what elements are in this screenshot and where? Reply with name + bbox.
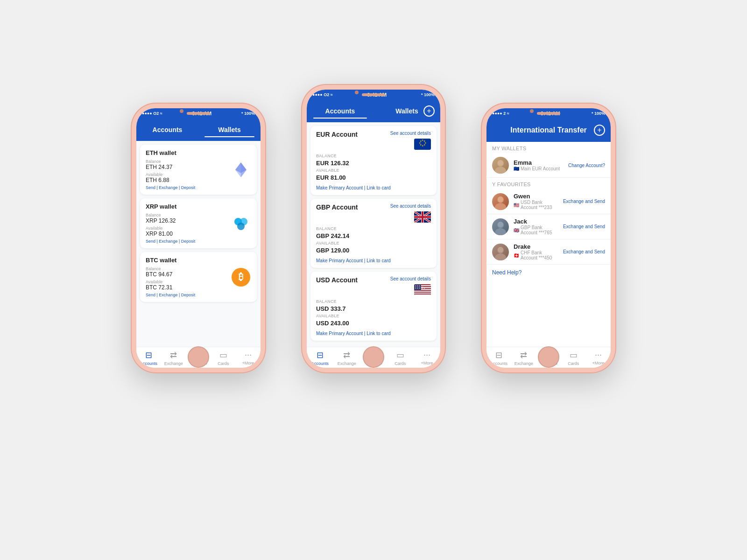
eth-available-label: Available <box>146 172 231 177</box>
eur-detail-link[interactable]: See account details <box>390 131 431 136</box>
scene: ●●●● O2 ≈ 9:41 AM * 100% Accounts Wallet… <box>93 47 654 513</box>
accounts-icon-center: ⊟ <box>317 350 324 360</box>
jack-name: Jack <box>514 218 558 225</box>
emma-name: Emma <box>514 159 564 166</box>
eur-available-label: Available <box>316 168 431 173</box>
gbp-actions[interactable]: Make Primary Account | Link to card <box>316 258 431 263</box>
camera-left <box>180 109 183 113</box>
more-label-left: +More <box>242 361 254 365</box>
eth-actions[interactable]: Send | Exchange | Deposit <box>146 185 231 190</box>
cards-icon-left: ▭ <box>219 350 227 360</box>
tab-wallets-left[interactable]: Wallets <box>198 122 261 137</box>
nav-cards-left[interactable]: ▭ Cards <box>211 350 236 366</box>
nav-cards-center[interactable]: ▭ Cards <box>387 350 414 366</box>
xrp-actions[interactable]: Send | Exchange | Deposit <box>146 239 231 244</box>
camera-right <box>530 109 534 113</box>
nav-accounts-center[interactable]: ⊟ Accounts <box>307 350 333 366</box>
nav-exchange-left[interactable]: ⇄ Exchange <box>161 350 186 366</box>
add-account-button[interactable]: + <box>423 105 435 117</box>
help-link[interactable]: Need Help? <box>486 265 611 280</box>
jack-info: Jack 🇬🇧 GBP Bank Account ***765 <box>514 218 558 235</box>
current-user-item: Emma 🇪🇺 Main EUR Account Change Account? <box>486 153 611 178</box>
more-icon-right: ··· <box>595 350 602 360</box>
nav-cards-right[interactable]: ▭ Cards <box>561 350 586 366</box>
emma-account: 🇪🇺 Main EUR Account <box>514 166 564 171</box>
cards-label-right: Cards <box>568 361 579 366</box>
accounts-label-left: Accounts <box>140 361 157 366</box>
btc-wallet-info: BTC wallet Balance BTC 94.67 Available B… <box>146 257 231 297</box>
jack-account-text: GBP Bank Account ***765 <box>521 225 558 235</box>
eur-account-card: EUR Account See account details ★ <box>310 126 437 195</box>
more-icon-center: ··· <box>423 350 430 360</box>
xrp-balance-value: XRP 126.32 <box>146 217 231 224</box>
gbp-detail-link[interactable]: See account details <box>390 203 431 209</box>
nav-accounts-left[interactable]: ⊟ Accounts <box>136 350 161 366</box>
cards-icon-right: ▭ <box>570 350 578 360</box>
gbp-flag <box>414 211 431 223</box>
add-transfer-button[interactable]: + <box>594 125 605 136</box>
btc-icon: ₿ <box>231 267 251 287</box>
usd-available-label: Available <box>316 314 431 318</box>
svg-rect-30 <box>414 293 431 294</box>
accounts-label-right: Accounts <box>490 361 507 366</box>
accounts-icon-right: ⊟ <box>495 350 502 360</box>
btc-actions[interactable]: Send | Exchange | Deposit <box>146 293 231 297</box>
jack-flag: 🇬🇧 <box>514 228 519 233</box>
nav-more-left[interactable]: ··· +More <box>236 350 261 366</box>
more-label-center: +More <box>421 361 433 365</box>
signal-center: ●●●● O2 ≈ <box>312 92 333 97</box>
nav-accounts-right[interactable]: ⊟ Accounts <box>486 350 511 366</box>
wallet-list-left: ETH wallet Balance ETH 24.37 Available E… <box>136 141 261 347</box>
phone-right: ●●●● 2 ≈ 9:41 AM * 100% International Tr… <box>481 103 616 373</box>
more-label-right: +More <box>592 361 605 365</box>
exchange-icon-left: ⇄ <box>170 350 177 360</box>
eur-flag: ★ ★ ★ ★ ★ ★ ★ ★ <box>414 139 431 150</box>
eth-balance-value: ETH 24.37 <box>146 164 231 170</box>
xrp-wallet-info: XRP wallet Balance XRP 126.32 Available … <box>146 203 231 244</box>
gbp-available-value: GBP 129.00 <box>316 247 431 254</box>
tab-accounts-center[interactable]: Accounts <box>307 104 374 119</box>
svg-point-46 <box>495 253 506 260</box>
svg-text:★ ★ ★ ★ ★ ★: ★ ★ ★ ★ ★ ★ <box>415 287 425 289</box>
home-button-center[interactable] <box>363 346 384 368</box>
usd-actions[interactable]: Make Primary Account | Link to card <box>316 331 431 336</box>
usd-detail-link[interactable]: See account details <box>390 276 431 281</box>
btc-available-label: Available <box>146 280 231 284</box>
xrp-wallet-name: XRP wallet <box>146 203 231 210</box>
camera-center <box>355 91 359 94</box>
nav-more-center[interactable]: ··· +More <box>414 350 440 366</box>
favourites-section: y Favourites <box>486 178 611 189</box>
emma-change-link[interactable]: Change Account? <box>568 163 605 168</box>
exchange-label-left: Exchange <box>164 361 183 366</box>
jack-item: Jack 🇬🇧 GBP Bank Account ***765 Exchange… <box>486 214 611 239</box>
battery-left: * 100% <box>241 111 255 116</box>
drake-account: 🇨🇭 CHF Bank Account ***450 <box>514 250 558 260</box>
usd-account-name: USD Account <box>316 276 358 284</box>
nav-exchange-center[interactable]: ⇄ Exchange <box>333 350 360 366</box>
nav-more-right[interactable]: ··· +More <box>586 350 611 366</box>
exchange-icon-center: ⇄ <box>343 350 350 360</box>
nav-header-right: International Transfer + <box>486 119 611 142</box>
drake-action[interactable]: Exchange and Send <box>563 249 605 254</box>
gwen-item: Gwen 🇺🇸 USD Bank Account ***233 Exchange… <box>486 189 611 214</box>
tab-accounts-left[interactable]: Accounts <box>136 122 198 137</box>
gwen-action[interactable]: Exchange and Send <box>563 199 605 204</box>
home-button-right[interactable] <box>538 346 559 368</box>
home-button-left[interactable] <box>188 346 209 368</box>
exchange-icon-right: ⇄ <box>520 350 527 360</box>
nav-exchange-right[interactable]: ⇄ Exchange <box>511 350 536 366</box>
emma-info: Emma 🇪🇺 Main EUR Account <box>514 159 564 171</box>
svg-rect-31 <box>414 294 431 295</box>
jack-action[interactable]: Exchange and Send <box>563 224 605 229</box>
usd-balance-value: USD 333.7 <box>316 305 431 312</box>
svg-point-40 <box>495 203 506 210</box>
signal-right: ●●●● 2 ≈ <box>492 111 509 116</box>
eur-actions[interactable]: Make Primary Account | Link to card <box>316 185 431 190</box>
battery-center: * 100% <box>421 92 435 97</box>
nav-header-left: Accounts Wallets <box>136 119 261 141</box>
gwen-account-text: USD Bank Account ***233 <box>521 200 558 210</box>
svg-point-41 <box>498 196 503 202</box>
exchange-label-center: Exchange <box>338 361 356 366</box>
svg-point-43 <box>495 228 506 235</box>
nav-header-center: Accounts Wallets + <box>307 100 440 122</box>
